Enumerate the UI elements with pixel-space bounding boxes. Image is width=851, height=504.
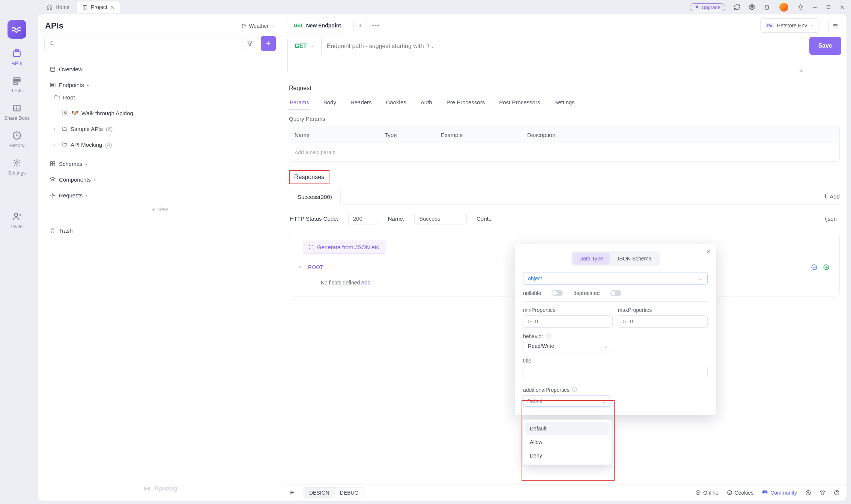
params-add-row[interactable]: Add a new param (289, 143, 839, 161)
method-dropdown[interactable]: GET (288, 37, 322, 55)
refresh-icon[interactable] (734, 4, 740, 11)
mode-debug[interactable]: DEBUG (335, 487, 364, 498)
add-response-button[interactable]: +Add (824, 193, 840, 200)
filter-button[interactable] (242, 36, 257, 51)
panel-toggle-button[interactable] (828, 19, 842, 32)
sidebar-item-endpoints[interactable]: 96 Endpoints ▸ (43, 74, 277, 89)
folder-icon (62, 141, 68, 147)
components-icon (50, 176, 56, 183)
svg-point-13 (16, 162, 18, 164)
add-icon[interactable] (823, 264, 830, 271)
tab-auth[interactable]: Auth (420, 96, 433, 110)
dropdown-option-default[interactable]: Default (525, 422, 609, 435)
tab-pre-processors[interactable]: Pre Processors (446, 96, 486, 110)
sidebar-item-components[interactable]: Components ▸ (43, 168, 277, 184)
status-code-input[interactable] (348, 213, 378, 224)
window-tab-home[interactable]: Home (41, 2, 75, 13)
nullable-toggle[interactable] (552, 290, 563, 296)
dog-emoji-icon: 🐶 (71, 110, 78, 116)
collapse-icon[interactable] (289, 489, 295, 496)
description-textarea[interactable] (288, 55, 804, 74)
bell-icon[interactable] (764, 4, 770, 11)
community-link[interactable]: Community (762, 489, 797, 496)
sidebar-item-api-mocking[interactable]: › API Mocking (4) (51, 137, 277, 152)
sidebar-item-walkthrough[interactable]: M 🐶 Walk through Apidog (59, 105, 277, 121)
tab-settings[interactable]: Settings (553, 96, 575, 110)
cookies-button[interactable]: Cookies (727, 490, 754, 496)
upgrade-button[interactable]: Upgrade (690, 3, 725, 11)
dropdown-option-allow[interactable]: Allow (525, 435, 609, 449)
avatar[interactable] (779, 2, 789, 12)
save-button[interactable]: Save (809, 37, 841, 55)
pill-json-schema[interactable]: JSON Schema (610, 253, 658, 265)
sidebar-item-sample-apis[interactable]: › Sample APIs (6) (51, 121, 277, 137)
close-icon[interactable]: ✕ (110, 5, 114, 10)
tab-params[interactable]: Params (289, 96, 310, 110)
env-badge: Pe (765, 23, 774, 28)
pin-icon[interactable] (797, 4, 804, 11)
sidebar-item-root[interactable]: Root (51, 89, 277, 105)
caret-icon[interactable]: ▾ (299, 265, 304, 269)
tab-cookies[interactable]: Cookies (385, 96, 407, 110)
nav-share-docs[interactable]: Share Docs (4, 103, 30, 121)
nav-apis[interactable]: APIs (12, 48, 22, 66)
close-icon[interactable]: ✕ (706, 249, 711, 255)
path-input[interactable] (322, 43, 804, 50)
window-tab-home-label: Home (56, 4, 69, 10)
endpoint-tab[interactable]: GET New Endpoint (287, 18, 348, 33)
new-button[interactable]: +New (51, 203, 269, 216)
response-name-input[interactable] (414, 213, 467, 224)
dropdown-option-deny[interactable]: Deny (525, 449, 609, 462)
upload-icon[interactable] (805, 490, 811, 496)
add-tab-button[interactable]: + (353, 19, 367, 32)
minprops-input[interactable] (523, 315, 613, 328)
nav-settings[interactable]: Settings (8, 158, 26, 176)
maxprops-input[interactable] (618, 315, 708, 328)
response-tab-success[interactable]: Success(200) (289, 189, 341, 205)
more-icon[interactable]: ••• (372, 23, 380, 29)
nav-tests[interactable]: Tests (11, 76, 23, 93)
apidog-brand: Apidog (38, 476, 282, 501)
tab-headers[interactable]: Headers (350, 96, 373, 110)
additional-props-select[interactable]: Default ⌄ (523, 396, 610, 407)
resize-handle-icon[interactable]: ◢ (799, 68, 802, 72)
remove-icon[interactable] (811, 264, 818, 271)
tab-post-processors[interactable]: Post Processors (498, 96, 541, 110)
behavior-select[interactable]: Read/Write ⌄ (523, 340, 613, 352)
svg-rect-0 (83, 5, 87, 9)
type-select[interactable]: object ⌄ (523, 272, 708, 285)
chevron-down-icon: ⌄ (604, 343, 608, 349)
shirt-icon[interactable] (819, 490, 825, 496)
sidebar-item-schemas[interactable]: Schemas ▸ (43, 152, 277, 168)
chevron-down-icon (271, 24, 275, 28)
window-close-icon[interactable] (839, 5, 845, 10)
mode-toggle[interactable]: DESIGN DEBUG (304, 487, 364, 498)
help-icon[interactable] (834, 490, 840, 496)
pill-data-type[interactable]: Data Type (573, 253, 610, 265)
sidebar-item-overview[interactable]: Overview (43, 58, 277, 74)
maxprops-label: maxProperties (618, 307, 708, 313)
window-maximize-icon[interactable] (826, 5, 831, 10)
add-field-link[interactable]: Add (361, 280, 370, 286)
sidebar-item-requests[interactable]: Requests ▸ (43, 184, 277, 200)
svg-point-43 (727, 490, 731, 495)
window-tab-project[interactable]: Project ✕ (77, 2, 120, 13)
env-selector[interactable]: Pe Petstore Env (760, 18, 819, 33)
title-input[interactable] (523, 366, 708, 378)
nav-history[interactable]: History (9, 131, 24, 148)
schema-root[interactable]: ROOT (308, 264, 323, 270)
sidebar-item-trash[interactable]: Trash (43, 219, 277, 235)
window-minimize-icon[interactable] (812, 5, 818, 10)
tab-body[interactable]: Body (323, 96, 337, 110)
settings-gear-icon[interactable] (749, 4, 755, 11)
nav-invite[interactable]: Invite (11, 212, 23, 229)
generate-from-json-button[interactable]: Generate from JSON etc. (303, 241, 386, 254)
add-button[interactable]: + (261, 36, 276, 51)
deprecated-toggle[interactable] (610, 290, 621, 296)
branch-selector[interactable]: Weather (241, 23, 275, 29)
online-status[interactable]: Online (695, 490, 718, 496)
folder-icon (54, 94, 60, 100)
svg-rect-20 (51, 67, 55, 71)
mode-design[interactable]: DESIGN (304, 487, 335, 498)
search-input[interactable] (44, 36, 238, 51)
